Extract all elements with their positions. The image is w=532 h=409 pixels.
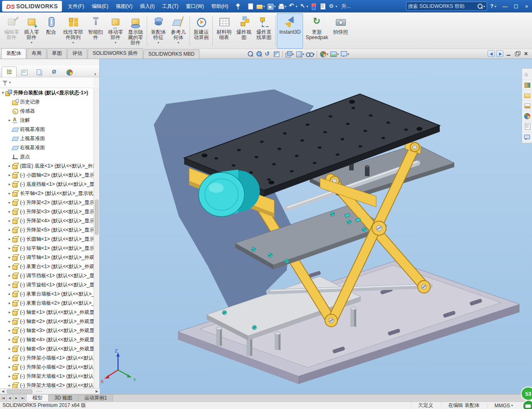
exploded-view-button[interactable]: 爆炸视 图: [234, 13, 254, 49]
tree-item[interactable]: ▸ (-) 升降架小墙板<1> (默认<<默认>_显示状态 1>): [0, 353, 94, 362]
expand-arrow-icon[interactable]: ▸: [7, 356, 12, 360]
expand-arrow-icon[interactable]: ▸: [7, 347, 12, 351]
tab-sketch[interactable]: 草图: [47, 48, 67, 59]
tree-item[interactable]: ▸ (-) 小圆轴<2> (默认<<默认>_显示状态 1>): [0, 170, 94, 180]
task-pane-button[interactable]: [522, 69, 532, 80]
filter-caret-icon[interactable]: ▾: [9, 81, 11, 84]
expand-arrow-icon[interactable]: ▾: [1, 91, 5, 95]
headsup-button[interactable]: [282, 51, 283, 57]
tree-item[interactable]: ▸ (固定) 底座<1> (默认<<默认>_外观显示状态 1>): [0, 161, 94, 170]
move-component-button[interactable]: 移动零 部件 ▾: [106, 13, 126, 49]
tab-motion-study-1[interactable]: 运动算例1: [79, 394, 113, 402]
splitter-grip[interactable]: [37, 391, 42, 392]
tree-item[interactable]: ▸ (-) 承重台<1> (默认<<默认>_外观显示状态 1>): [0, 262, 94, 271]
tree-item[interactable]: ▸ (-) 轴套<4> (默认<<默认>_外观显示状态 1>): [0, 335, 94, 344]
headsup-button[interactable]: [264, 50, 272, 58]
document-close-icon[interactable]: [522, 50, 530, 57]
scroll-right-icon[interactable]: ▶: [94, 389, 100, 393]
new-motion-study-button[interactable]: 新建运 动算例: [191, 13, 211, 49]
take-snapshot-button[interactable]: 拍快照: [330, 13, 350, 49]
tree-item[interactable]: ▸ (-) 承重台墙板<1> (默认<<默认>_显示状态 1>): [0, 289, 94, 298]
tree-item[interactable]: ▸ (-) 轴套<5> (默认<<默认>_外观显示状态 1>): [0, 344, 94, 353]
expand-arrow-icon[interactable]: ▸: [7, 283, 12, 287]
insert-components-button[interactable]: 插入零 部件 ▾: [22, 13, 42, 49]
tree-item[interactable]: ▸ (-) 升降架大墙板<1> (默认<<默认>_显示状态 1>): [0, 372, 94, 381]
print-button[interactable]: ▾: [277, 2, 287, 10]
displaymanager-tab[interactable]: [62, 67, 76, 77]
file-properties-button[interactable]: [318, 2, 327, 10]
expand-arrow-icon[interactable]: ▸: [7, 246, 12, 250]
headsup-button[interactable]: [255, 50, 263, 58]
smart-fasteners-button[interactable]: 智能扣 件: [86, 13, 106, 49]
edit-component-button[interactable]: 编辑零 部件: [2, 13, 22, 49]
tree-item[interactable]: ▸ (-) 调节挡板<1> (默认<<默认>_显示状态 1>): [0, 271, 94, 280]
expand-arrow-icon[interactable]: ▸: [7, 228, 12, 232]
tree-horizontal-scrollbar[interactable]: ◀ ▶: [0, 388, 100, 394]
status-editing-assembly[interactable]: 在编辑 装配体: [441, 402, 487, 409]
tree-item[interactable]: ▸ 注解: [0, 116, 94, 125]
featuremanager-tree-tab[interactable]: [2, 67, 17, 77]
expand-arrow-icon[interactable]: ▸: [7, 319, 12, 323]
document-minimize-icon[interactable]: [505, 50, 512, 57]
undo-button[interactable]: ▾: [288, 2, 298, 10]
tab-layout[interactable]: 布局: [27, 48, 47, 59]
headsup-button[interactable]: ▾: [319, 50, 329, 58]
task-pane-button[interactable]: [522, 121, 532, 132]
tab-evaluate[interactable]: 评估: [67, 48, 87, 59]
scroll-left-icon[interactable]: ◀: [0, 389, 6, 393]
orientation-triad[interactable]: Z X Y: [101, 348, 136, 384]
task-pane-button[interactable]: [522, 90, 532, 101]
tree-item[interactable]: ▸ (-) 升降架大墙板<2> (默认<<默认>_显示状态 1>): [0, 381, 94, 388]
expand-arrow-icon[interactable]: ▸: [7, 310, 12, 314]
menu-view[interactable]: 视图(V): [112, 0, 136, 12]
expand-arrow-icon[interactable]: ▸: [7, 264, 12, 269]
expand-arrow-icon[interactable]: ▸: [7, 292, 12, 296]
status-unit-system[interactable]: MMGS ▾: [488, 403, 520, 409]
search-options-caret-icon[interactable]: ▾: [483, 5, 485, 8]
expand-arrow-icon[interactable]: ▸: [7, 191, 12, 195]
new-document-button[interactable]: [246, 2, 255, 10]
tree-item[interactable]: ▸ (-) 承重台墙板<2> (默认<<默认>_显示状态 1>): [0, 298, 94, 308]
headsup-button[interactable]: [272, 50, 281, 58]
scrollbar-thumb[interactable]: [7, 389, 32, 394]
menu-help[interactable]: 帮助(H): [208, 0, 232, 12]
dimxpertmanager-tab[interactable]: [47, 67, 62, 77]
tree-item[interactable]: 历史记录: [0, 97, 94, 106]
reference-geometry-button[interactable]: 参考几 何体 ▾: [168, 13, 188, 49]
tree-item[interactable]: ▸ (-) 底座挡板<1> (默认<<默认>_显示状态 1>): [0, 180, 94, 189]
tree-item[interactable]: ▸ 长平轴<2> (默认<<默认>_显示状态 1>): [0, 189, 94, 198]
expand-arrow-icon[interactable]: ▸: [7, 118, 12, 122]
next-document-icon[interactable]: [496, 50, 503, 57]
tree-item[interactable]: ▸ (-) 升降架小墙板<2> (默认<<默认>_显示状态 1>): [0, 362, 94, 372]
menu-file[interactable]: 文件(F): [64, 0, 88, 12]
headsup-button[interactable]: [317, 51, 317, 57]
filter-funnel-icon[interactable]: [2, 80, 8, 86]
configurationmanager-tab[interactable]: [32, 67, 47, 77]
task-pane-button[interactable]: [522, 101, 532, 111]
first-tab-button[interactable]: |◀: [0, 394, 7, 402]
tree-vertical-scrollbar[interactable]: [94, 88, 99, 388]
minimize-button[interactable]: —: [500, 0, 510, 12]
tree-item[interactable]: 原点: [0, 152, 94, 161]
headsup-button[interactable]: [246, 50, 254, 58]
headsup-button[interactable]: ▾: [305, 50, 315, 58]
expand-arrow-icon[interactable]: ▸: [7, 182, 12, 186]
tree-item[interactable]: 前视基准面: [0, 125, 94, 134]
close-button[interactable]: ×: [521, 0, 532, 12]
model-viewport[interactable]: Z X Y: [100, 59, 532, 394]
tree-item[interactable]: ▸ (-) 调节轴<1> (默认<<默认>_外观显示状态 1>): [0, 253, 94, 262]
tab-solidworks-addins[interactable]: SOLIDWORKS 插件: [88, 48, 143, 59]
tab-3d-views[interactable]: 3D 视图: [49, 394, 79, 402]
status-under-defined[interactable]: 欠定义: [411, 402, 441, 409]
tree-item[interactable]: ▸ (-) 调节旋钮<1> (默认<<默认>_显示状态 1>): [0, 280, 94, 289]
menu-edit[interactable]: 编辑(E): [88, 0, 112, 12]
tree-item[interactable]: ▸ (-) 升降架<4> (默认<<默认>_显示状态 1>): [0, 216, 94, 225]
search-icon[interactable]: [477, 3, 483, 9]
tree-item[interactable]: ▸ (-) 长圆轴<1> (默认<<默认>_显示状态 1>): [0, 234, 94, 244]
panel-flyout-arrow[interactable]: ›: [92, 71, 99, 77]
bill-of-materials-button[interactable]: 材料明 细表: [214, 13, 234, 49]
expand-arrow-icon[interactable]: ▸: [7, 301, 12, 305]
task-pane-button[interactable]: [522, 111, 532, 121]
headsup-button[interactable]: ▾: [295, 50, 305, 58]
expand-arrow-icon[interactable]: ▸: [7, 209, 12, 214]
